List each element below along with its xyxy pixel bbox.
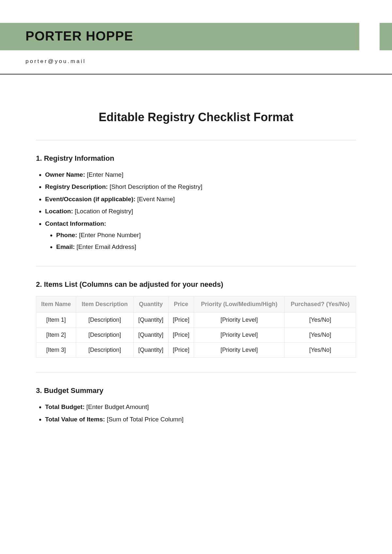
th-purchased: Purchased? (Yes/No): [285, 296, 356, 313]
totalval-value: [Sum of Total Price Column]: [105, 416, 183, 423]
cell: [Quantity]: [134, 313, 169, 328]
cell: [Priority Level]: [194, 328, 284, 343]
desc-label: Registry Description:: [45, 183, 108, 190]
cell: [Price]: [168, 343, 194, 358]
cell: [Description]: [76, 328, 133, 343]
th-item-name: Item Name: [36, 296, 76, 313]
location-label: Location:: [45, 208, 73, 215]
cell: [Yes/No]: [285, 343, 356, 358]
location-value: [Location of Registry]: [73, 208, 133, 215]
header-bar: PORTER HOPPE: [0, 23, 392, 50]
table-header-row: Item Name Item Description Quantity Pric…: [36, 296, 356, 313]
contact-sublist: Phone: [Enter Phone Number] Email: [Ente…: [45, 230, 356, 252]
cell: [Price]: [168, 313, 194, 328]
desc-row: Registry Description: [Short Description…: [45, 182, 356, 191]
email-value: [Enter Email Address]: [75, 243, 136, 250]
cell: [Item 2]: [36, 328, 76, 343]
th-item-desc: Item Description: [76, 296, 133, 313]
table-row: [Item 2] [Description] [Quantity] [Price…: [36, 328, 356, 343]
registry-info-list: Owner Name: [Enter Name] Registry Descri…: [36, 170, 356, 252]
cell: [Item 3]: [36, 343, 76, 358]
phone-value: [Enter Phone Number]: [77, 232, 140, 238]
cell: [Quantity]: [134, 343, 169, 358]
desc-value: [Short Description of the Registry]: [108, 183, 202, 190]
cell: [Description]: [76, 343, 133, 358]
owner-label: Owner Name:: [45, 171, 85, 178]
budget-list: Total Budget: [Enter Budget Amount] Tota…: [36, 402, 356, 424]
divider-2: [36, 266, 356, 267]
divider-1: [36, 140, 356, 140]
header-email: porter@you.mail: [25, 58, 392, 65]
th-quantity: Quantity: [134, 296, 169, 313]
budget-value: [Enter Budget Amount]: [85, 403, 149, 410]
section3-heading: 3. Budget Summary: [36, 386, 356, 395]
location-row: Location: [Location of Registry]: [45, 206, 356, 216]
cell: [Priority Level]: [194, 343, 284, 358]
phone-row: Phone: [Enter Phone Number]: [56, 230, 356, 240]
event-row: Event/Occasion (if applicable): [Event N…: [45, 194, 356, 204]
owner-value: [Enter Name]: [85, 171, 123, 178]
content: Editable Registry Checklist Format 1. Re…: [0, 110, 392, 446]
totalval-label: Total Value of Items:: [45, 416, 105, 423]
budget-label: Total Budget:: [45, 403, 85, 410]
budget-row: Total Budget: [Enter Budget Amount]: [45, 402, 356, 412]
cell: [Price]: [168, 328, 194, 343]
cell: [Quantity]: [134, 328, 169, 343]
email-label: Email:: [56, 243, 75, 250]
th-priority: Priority (Low/Medium/High): [194, 296, 284, 313]
header-bg-accent: [380, 23, 392, 50]
th-price: Price: [168, 296, 194, 313]
brand-name: PORTER HOPPE: [25, 29, 133, 43]
cell: [Priority Level]: [194, 313, 284, 328]
header-divider: [0, 74, 392, 74]
email-row: Email: [Enter Email Address]: [56, 242, 356, 252]
event-value: [Event Name]: [136, 196, 175, 203]
cell: [Yes/No]: [285, 313, 356, 328]
cell: [Yes/No]: [285, 328, 356, 343]
cell: [Description]: [76, 313, 133, 328]
items-table: Item Name Item Description Quantity Pric…: [36, 296, 356, 358]
contact-row: Contact Information: Phone: [Enter Phone…: [45, 219, 356, 252]
owner-row: Owner Name: [Enter Name]: [45, 170, 356, 179]
divider-3: [36, 372, 356, 373]
cell: [Item 1]: [36, 313, 76, 328]
page-title: Editable Registry Checklist Format: [36, 110, 356, 124]
event-label: Event/Occasion (if applicable):: [45, 196, 136, 203]
totalval-row: Total Value of Items: [Sum of Total Pric…: [45, 415, 356, 424]
table-row: [Item 3] [Description] [Quantity] [Price…: [36, 343, 356, 358]
contact-label: Contact Information:: [45, 220, 106, 227]
section2-heading: 2. Items List (Columns can be adjusted f…: [36, 280, 356, 289]
table-row: [Item 1] [Description] [Quantity] [Price…: [36, 313, 356, 328]
phone-label: Phone:: [56, 232, 77, 238]
section1-heading: 1. Registry Information: [36, 154, 356, 163]
